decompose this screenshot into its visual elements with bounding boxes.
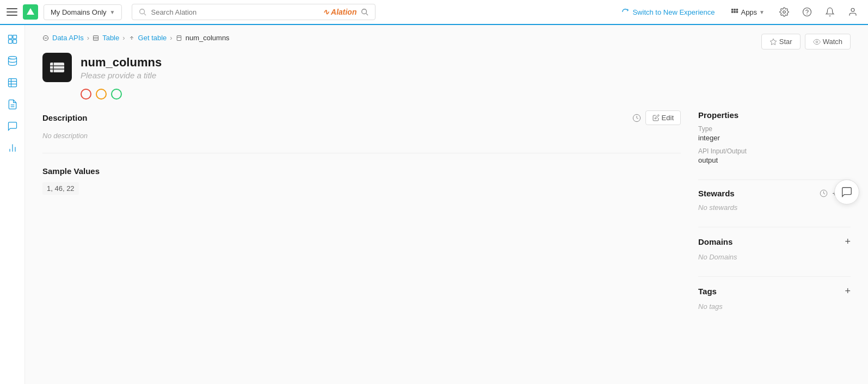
svg-point-0 xyxy=(140,9,145,14)
help-icon xyxy=(802,7,812,17)
breadcrumb-get-table[interactable]: Get table xyxy=(138,34,167,42)
settings-button[interactable] xyxy=(775,3,793,21)
svg-rect-8 xyxy=(734,11,736,13)
sidebar-item-articles[interactable] xyxy=(3,95,22,114)
object-subtitle: Please provide a title xyxy=(81,71,162,80)
svg-rect-4 xyxy=(731,9,734,11)
svg-rect-33 xyxy=(177,35,181,40)
apps-button[interactable]: Apps ▼ xyxy=(725,5,770,20)
table-breadcrumb-icon xyxy=(93,35,99,41)
divider-1 xyxy=(698,179,851,180)
chat-icon xyxy=(7,121,18,132)
app-logo xyxy=(23,4,38,20)
domain-filter-button[interactable]: My Domains Only ▼ xyxy=(44,4,122,20)
trust-flag-green[interactable] xyxy=(111,89,122,100)
breadcrumb-data-apis[interactable]: Data APIs xyxy=(52,34,84,42)
gear-icon xyxy=(779,7,789,17)
sidebar-item-queries[interactable] xyxy=(3,73,22,92)
sidebar-item-home[interactable] xyxy=(3,29,22,49)
stewards-section: Stewards + Add No stewards xyxy=(698,189,851,212)
svg-rect-7 xyxy=(731,11,734,13)
watch-label: Watch xyxy=(823,38,842,46)
left-sidebar xyxy=(0,25,25,384)
notifications-button[interactable] xyxy=(821,3,839,21)
svg-rect-6 xyxy=(736,9,738,11)
domains-add-button[interactable]: + xyxy=(845,236,851,247)
svg-point-12 xyxy=(851,8,854,11)
pencil-icon xyxy=(652,114,660,121)
refresh-icon xyxy=(621,8,629,16)
trust-flag-red[interactable] xyxy=(81,89,91,100)
search-submit-icon[interactable] xyxy=(361,8,368,16)
object-title: num_columns xyxy=(81,55,162,70)
apps-grid-icon xyxy=(731,8,738,16)
edit-label: Edit xyxy=(662,114,674,122)
breadcrumb-sep-2: › xyxy=(122,34,125,42)
domains-title: Domains xyxy=(698,237,732,246)
sidebar-item-analytics[interactable] xyxy=(3,138,22,158)
api-io-property: API Input/Output output xyxy=(698,147,851,164)
tags-add-button[interactable]: + xyxy=(845,286,851,297)
properties-sidebar: Properties Type integer API Input/Output… xyxy=(698,110,851,326)
stewards-history-icon[interactable] xyxy=(820,189,828,197)
star-icon xyxy=(769,38,777,46)
api-breadcrumb-icon xyxy=(42,35,49,41)
help-button[interactable] xyxy=(798,3,816,21)
description-no-value: No description xyxy=(42,132,681,140)
chat-bubble-button[interactable] xyxy=(834,179,859,205)
breadcrumb-table[interactable]: Table xyxy=(102,34,119,42)
sample-values-section: Sample Values 1, 46, 22 xyxy=(42,166,681,208)
home-icon xyxy=(7,34,18,45)
get-table-breadcrumb-icon xyxy=(128,35,135,41)
breadcrumb: Data APIs › Table › Get table › num_colu… xyxy=(42,34,230,42)
hamburger-menu[interactable] xyxy=(7,8,17,16)
svg-rect-5 xyxy=(734,9,736,11)
api-io-label: API Input/Output xyxy=(698,147,851,155)
type-property: Type integer xyxy=(698,125,851,142)
column-breadcrumb-icon xyxy=(176,35,182,41)
main-content: Data APIs › Table › Get table › num_colu… xyxy=(25,25,868,384)
chat-bubble-icon xyxy=(841,186,853,198)
sample-values-title: Sample Values xyxy=(42,166,100,176)
svg-rect-13 xyxy=(8,35,12,39)
svg-rect-9 xyxy=(736,11,738,13)
type-value: integer xyxy=(698,134,851,142)
svg-point-10 xyxy=(803,8,811,16)
apps-chevron-icon: ▼ xyxy=(759,9,765,15)
svg-rect-15 xyxy=(8,40,12,44)
type-label: Type xyxy=(698,125,851,133)
search-icon xyxy=(139,8,146,16)
star-button[interactable]: Star xyxy=(761,34,801,49)
eye-icon xyxy=(813,38,821,46)
description-edit-button[interactable]: Edit xyxy=(645,110,681,125)
description-section: Description Edit No description xyxy=(42,110,681,153)
sidebar-item-conversations[interactable] xyxy=(3,116,22,136)
breadcrumb-sep-1: › xyxy=(87,34,89,42)
sidebar-item-catalog[interactable] xyxy=(3,51,22,71)
user-profile-button[interactable] xyxy=(844,3,861,21)
svg-rect-37 xyxy=(50,63,64,72)
switch-experience-label: Switch to New Experience xyxy=(632,8,715,16)
svg-rect-18 xyxy=(8,79,16,87)
switch-experience-button[interactable]: Switch to New Experience xyxy=(616,5,720,20)
history-icon[interactable] xyxy=(632,114,641,122)
search-input[interactable] xyxy=(151,8,313,16)
table-icon xyxy=(7,77,18,88)
stewards-no-value: No stewards xyxy=(698,203,851,212)
chevron-down-icon: ▼ xyxy=(110,9,115,15)
svg-line-3 xyxy=(366,14,368,16)
svg-point-17 xyxy=(8,57,16,59)
breadcrumb-current: num_columns xyxy=(186,34,230,42)
tags-no-value: No tags xyxy=(698,302,851,311)
api-io-value: output xyxy=(698,156,851,164)
main-column: Description Edit No description xyxy=(42,110,681,326)
database-icon xyxy=(7,55,18,66)
trust-flag-yellow[interactable] xyxy=(96,89,107,100)
watch-button[interactable]: Watch xyxy=(805,34,851,49)
star-watch-actions: Star Watch xyxy=(761,34,851,49)
properties-title: Properties xyxy=(698,110,738,120)
trust-flags xyxy=(81,89,851,100)
search-bar[interactable]: ∿ Alation xyxy=(132,4,375,20)
sample-values-content: 1, 46, 22 xyxy=(42,182,79,195)
svg-rect-16 xyxy=(13,40,16,44)
